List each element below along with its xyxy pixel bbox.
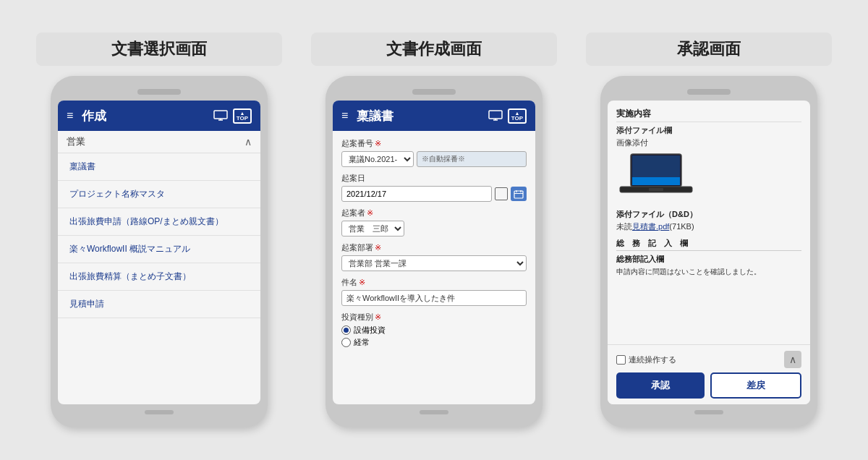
screen3-container: 承認画面 実施内容 添付ファイル欄 画像添付 <box>571 25 846 435</box>
file-info: 未読見積書.pdf(71KB) <box>616 221 801 232</box>
app-header-2: ≡ 稟議書 ▲ TOP <box>333 101 535 131</box>
case-number-select[interactable]: 稟議No.2021- <box>341 151 414 167</box>
case-number-label: 起案番号 ※ <box>341 138 527 149</box>
phone-home-1 <box>145 410 174 414</box>
doc-item-1[interactable]: プロジェクト名称マスタ <box>58 181 260 208</box>
category-label: 営業 <box>67 135 85 148</box>
author-label: 起案者 ※ <box>341 208 527 218</box>
phone-notch-3 <box>687 89 731 95</box>
attach-file-label: 添付ファイル（D&D） <box>616 209 801 220</box>
attach-file-section: 添付ファイル（D&D） 未読見積書.pdf(71KB) <box>616 209 801 232</box>
date-input[interactable] <box>341 186 492 202</box>
phone-home-3 <box>694 410 723 414</box>
chevron-up-icon: ∧ <box>244 136 252 148</box>
approval-footer: 連続操作する ∧ 承認 差戻 <box>608 344 810 404</box>
phone-notch-1 <box>137 89 181 95</box>
number-row: 稟議No.2021- ※自動採番※ <box>341 151 527 167</box>
top-badge-2[interactable]: ▲ TOP <box>508 108 527 124</box>
radio-group: 設備投資 経常 <box>341 325 527 348</box>
calendar-icon[interactable] <box>511 187 527 201</box>
image-label: 画像添付 <box>616 137 801 148</box>
required-mark-3: ※ <box>375 243 381 252</box>
radio-item-1[interactable]: 経常 <box>341 337 527 348</box>
doc-item-4[interactable]: 出張旅費精算（まとめ子文書） <box>58 263 260 291</box>
author-select[interactable]: 営業 三郎 <box>341 221 404 237</box>
invest-label: 投資種別 ※ <box>341 312 527 323</box>
general-sublabel: 総務部記入欄 <box>616 254 801 265</box>
svg-rect-15 <box>649 188 663 191</box>
app-header-1: ≡ 作成 ▲ TOP <box>58 101 260 131</box>
required-mark-5: ※ <box>375 312 381 322</box>
monitor-icon-1[interactable] <box>213 109 229 122</box>
section-title: 実施内容 <box>616 108 801 122</box>
phone-screen-3: 実施内容 添付ファイル欄 画像添付 <box>608 101 810 404</box>
laptop-image <box>616 153 696 203</box>
svg-rect-12 <box>632 156 680 177</box>
continuous-checkbox[interactable] <box>616 355 626 365</box>
date-group: 起案日 <box>341 173 527 202</box>
dept-label: 起案部署 ※ <box>341 242 527 253</box>
continuous-label[interactable]: 連続操作する <box>616 354 676 365</box>
doc-list: 稟議書 プロジェクト名称マスタ 出張旅費申請（路線OP/まとめ親文書） 楽々Wo… <box>58 153 260 318</box>
dept-select[interactable]: 営業部 営業一課 <box>341 255 527 271</box>
date-row <box>341 186 527 202</box>
file-link[interactable]: 見積書.pdf <box>632 222 669 231</box>
approval-content: 実施内容 添付ファイル欄 画像添付 <box>608 101 810 344</box>
case-number-group: 起案番号 ※ 稟議No.2021- ※自動採番※ <box>341 138 527 167</box>
screen1-title: 文書選択画面 <box>36 33 282 66</box>
header-icons-2: ▲ TOP <box>488 108 527 124</box>
screen3-title: 承認画面 <box>586 33 832 66</box>
required-mark-2: ※ <box>367 208 373 218</box>
continuous-row: 連続操作する ∧ <box>616 351 801 368</box>
invest-group: 投資種別 ※ 設備投資 経常 <box>341 312 527 348</box>
svg-rect-3 <box>489 111 502 119</box>
auto-badge: ※自動採番※ <box>417 151 527 167</box>
doc-item-0[interactable]: 稟議書 <box>58 153 260 181</box>
app-title-2: 稟議書 <box>357 108 481 124</box>
radio-dot-0 <box>341 325 351 335</box>
phone-screen-2: ≡ 稟議書 ▲ TOP <box>333 101 535 404</box>
chevron-up-btn[interactable]: ∧ <box>784 351 801 368</box>
subject-input[interactable] <box>341 290 527 306</box>
action-buttons: 承認 差戻 <box>616 372 801 399</box>
date-square-icon[interactable] <box>495 187 508 200</box>
doc-item-5[interactable]: 見積申請 <box>58 291 260 318</box>
required-mark-4: ※ <box>359 278 365 287</box>
radio-item-0[interactable]: 設備投資 <box>341 325 527 336</box>
screen1-container: 文書選択画面 ≡ 作成 ▲ TOP <box>22 25 297 435</box>
phone-frame-3: 実施内容 添付ファイル欄 画像添付 <box>600 76 817 427</box>
required-mark-1: ※ <box>375 139 381 148</box>
screen2-title: 文書作成画面 <box>311 33 557 66</box>
doc-item-3[interactable]: 楽々WorkflowII 概説マニュアル <box>58 236 260 263</box>
monitor-icon-2[interactable] <box>488 109 503 122</box>
svg-rect-6 <box>514 191 523 198</box>
form-content: 起案番号 ※ 稟議No.2021- ※自動採番※ 起案日 <box>333 131 535 404</box>
general-text: 申請内容に問題はないことを確認しました。 <box>616 267 801 277</box>
general-label: 総 務 記 入 欄 <box>616 238 801 251</box>
approve-button[interactable]: 承認 <box>616 372 705 399</box>
phone-notch-2 <box>412 89 456 95</box>
phone-screen-1: ≡ 作成 ▲ TOP <box>58 101 260 404</box>
subject-group: 件名 ※ <box>341 277 527 306</box>
file-text-pre: 未読 <box>616 222 632 231</box>
svg-rect-13 <box>632 177 680 185</box>
phone-frame-2: ≡ 稟議書 ▲ TOP <box>326 76 542 427</box>
doc-item-2[interactable]: 出張旅費申請（路線OP/まとめ親文書） <box>58 208 260 236</box>
app-title-1: 作成 <box>82 108 206 124</box>
top-badge-1[interactable]: ▲ TOP <box>233 108 252 124</box>
menu-icon-2[interactable]: ≡ <box>341 109 348 122</box>
dept-input-section: 総 務 記 入 欄 総務部記入欄 申請内容に問題はないことを確認しました。 <box>616 238 801 277</box>
file-size: (71KB) <box>669 222 694 231</box>
menu-icon-1[interactable]: ≡ <box>67 109 73 122</box>
subject-label: 件名 ※ <box>341 277 527 288</box>
radio-dot-1 <box>341 338 351 347</box>
header-icons-1: ▲ TOP <box>213 108 252 124</box>
screen2-container: 文書作成画面 ≡ 稟議書 ▲ TOP <box>297 25 571 435</box>
dept-group: 起案部署 ※ 営業部 営業一課 <box>341 242 527 271</box>
reject-button[interactable]: 差戻 <box>710 372 801 399</box>
author-group: 起案者 ※ 営業 三郎 <box>341 208 527 237</box>
phone-home-2 <box>420 410 448 414</box>
category-bar[interactable]: 営業 ∧ <box>58 131 260 153</box>
phone-frame-1: ≡ 作成 ▲ TOP <box>51 76 268 427</box>
attach-label: 添付ファイル欄 <box>616 125 801 136</box>
